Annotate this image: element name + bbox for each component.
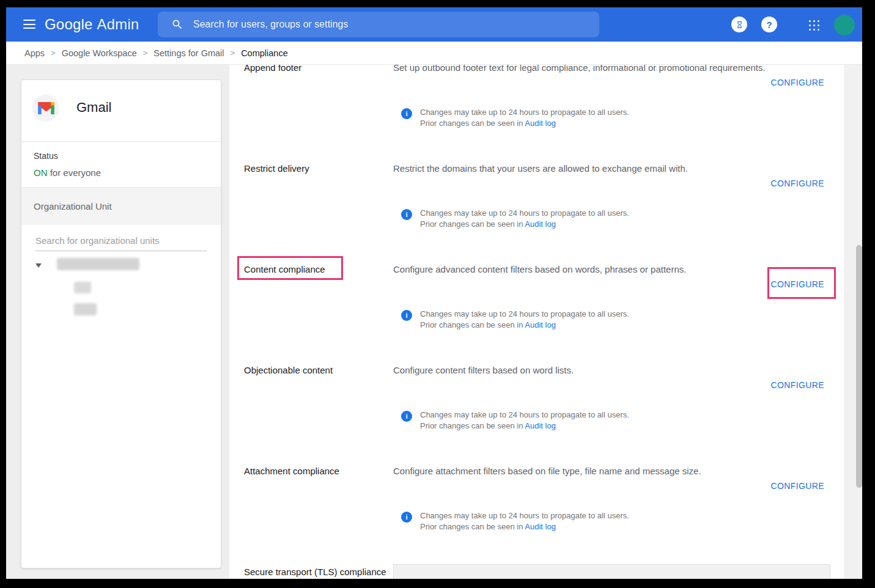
setting-title: Secure transport (TLS) compliance: [244, 566, 388, 578]
setting-description: Configure advanced content filters based…: [393, 263, 801, 276]
setting-description: Restrict the domains that your users are…: [393, 163, 801, 175]
google-admin-logo: Google Admin: [45, 7, 139, 42]
setting-title: Restrict delivery: [244, 163, 388, 175]
propagation-note: i Changes may take up to 24 hours to pro…: [401, 309, 629, 330]
breadcrumb-separator: >: [51, 48, 56, 57]
setting-row-append-footer: Append footer Set up outbound footer tex…: [229, 65, 844, 163]
note-line1: Changes may take up to 24 hours to propa…: [420, 511, 629, 520]
audit-log-link[interactable]: Audit log: [525, 119, 556, 128]
breadcrumb-item-google-workspace[interactable]: Google Workspace: [62, 48, 137, 58]
settings-list: Append footer Set up outbound footer tex…: [229, 65, 844, 579]
org-tree-expand-icon[interactable]: [35, 263, 42, 268]
configure-button[interactable]: CONFIGURE: [770, 481, 824, 491]
breadcrumb-current-compliance: Compliance: [241, 48, 288, 58]
note-line2: Prior changes can be seen in: [420, 219, 525, 229]
note-line1: Changes may take up to 24 hours to propa…: [420, 309, 629, 318]
note-line2: Prior changes can be seen in: [420, 320, 525, 329]
gmail-sidebar-card: Gmail Status ON for everyone Organizatio…: [21, 79, 221, 568]
search-icon: [171, 18, 183, 31]
note-line2: Prior changes can be seen in: [420, 522, 525, 531]
status-value: ON for everyone: [34, 167, 101, 178]
configure-button-content-compliance[interactable]: CONFIGURE: [770, 279, 824, 289]
org-unit-search-input[interactable]: [35, 233, 207, 251]
brand-admin: Admin: [97, 16, 139, 33]
brand-google: Google: [45, 16, 93, 33]
org-unit-search[interactable]: [35, 233, 207, 251]
org-unit-child-redacted[interactable]: [74, 282, 91, 293]
note-line2: Prior changes can be seen in: [420, 421, 525, 430]
note-line1: Changes may take up to 24 hours to propa…: [420, 108, 629, 117]
note-line1: Changes may take up to 24 hours to propa…: [420, 410, 629, 419]
audit-log-link[interactable]: Audit log: [525, 522, 556, 531]
setting-title: Objectionable content: [244, 364, 388, 377]
setting-panel-placeholder: [393, 564, 830, 579]
propagation-note: i Changes may take up to 24 hours to pro…: [401, 510, 629, 532]
org-unit-child-redacted[interactable]: [74, 303, 97, 315]
setting-description: Configure content filters based on word …: [393, 364, 801, 377]
scrollbar-track[interactable]: [844, 65, 862, 579]
breadcrumb-separator: >: [231, 48, 235, 57]
status-on-badge: ON: [34, 167, 48, 178]
setting-title: Attachment compliance: [244, 465, 388, 477]
breadcrumb-item-settings-for-gmail[interactable]: Settings for Gmail: [153, 48, 224, 58]
setting-title: Content compliance: [244, 263, 388, 276]
info-icon: i: [401, 310, 412, 321]
status-section: Status ON for everyone: [21, 142, 221, 188]
setting-row-restrict-delivery: Restrict delivery Restrict the domains t…: [229, 163, 844, 263]
content-area: Gmail Status ON for everyone Organizatio…: [6, 65, 862, 579]
global-search-input[interactable]: [192, 18, 591, 31]
audit-log-link[interactable]: Audit log: [525, 421, 556, 430]
organizational-unit-label: Organizational Unit: [34, 201, 112, 211]
help-glyph: ?: [766, 20, 772, 30]
configure-button[interactable]: CONFIGURE: [770, 78, 824, 87]
propagation-note: i Changes may take up to 24 hours to pro…: [401, 410, 629, 431]
app-title: Gmail: [76, 100, 111, 116]
organizational-unit-header: Organizational Unit: [21, 188, 221, 225]
setting-title: Append footer: [244, 65, 388, 74]
info-icon: i: [401, 209, 412, 220]
info-icon: i: [401, 108, 412, 119]
setting-row-attachment-compliance: Attachment compliance Configure attachme…: [229, 465, 844, 566]
setting-description: Configure attachment filters based on fi…: [393, 465, 801, 477]
status-scope: for everyone: [48, 167, 102, 178]
info-icon: i: [401, 411, 412, 422]
apps-grid-icon[interactable]: [809, 20, 819, 31]
audit-log-link[interactable]: Audit log: [525, 320, 556, 329]
gmail-card-header: Gmail: [21, 80, 221, 142]
status-label: Status: [34, 151, 58, 161]
help-icon[interactable]: ?: [761, 17, 777, 32]
setting-row-objectionable-content: Objectionable content Configure content …: [229, 364, 844, 465]
setting-description: Set up outbound footer text for legal co…: [393, 65, 801, 74]
breadcrumb: Apps > Google Workspace > Settings for G…: [6, 42, 862, 65]
account-avatar[interactable]: [834, 15, 855, 35]
setting-row-secure-transport-tls: Secure transport (TLS) compliance: [229, 566, 844, 579]
configure-button[interactable]: CONFIGURE: [770, 380, 824, 390]
tasks-hourglass-icon[interactable]: [731, 17, 747, 32]
note-line2: Prior changes can be seen in: [420, 119, 525, 128]
note-line1: Changes may take up to 24 hours to propa…: [420, 208, 629, 218]
scrollbar-thumb[interactable]: [856, 245, 862, 488]
info-icon: i: [401, 512, 412, 523]
admin-console-window: Google Admin ? Apps > Google Workspace >…: [6, 7, 862, 579]
propagation-note: i Changes may take up to 24 hours to pro…: [401, 107, 629, 128]
breadcrumb-item-apps[interactable]: Apps: [24, 48, 45, 58]
setting-row-content-compliance: Content compliance Configure advanced co…: [229, 263, 844, 364]
configure-button[interactable]: CONFIGURE: [770, 178, 824, 188]
breadcrumb-separator: >: [143, 48, 148, 57]
hamburger-menu-icon[interactable]: [23, 20, 35, 29]
org-unit-root-redacted[interactable]: [57, 258, 139, 270]
gmail-logo-icon: [32, 95, 59, 122]
audit-log-link[interactable]: Audit log: [525, 219, 556, 229]
propagation-note: i Changes may take up to 24 hours to pro…: [401, 208, 629, 229]
app-bar: Google Admin ?: [6, 7, 862, 42]
global-search-bar[interactable]: [158, 12, 599, 37]
